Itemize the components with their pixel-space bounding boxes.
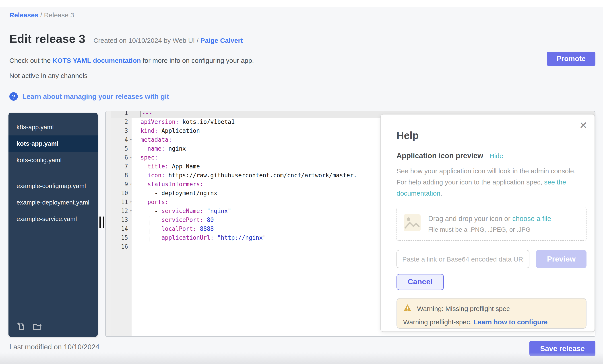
dropzone-filetypes: File must be a .PNG, .JPEG, or .JPG xyxy=(428,226,551,233)
cancel-button[interactable]: Cancel xyxy=(396,274,444,290)
line-number: 3 xyxy=(111,127,132,135)
file-item-kots-app.yaml[interactable]: kots-app.yaml xyxy=(9,135,98,152)
breadcrumb-releases-link[interactable]: Releases xyxy=(9,11,38,19)
breadcrumb: Releases / Release 3 xyxy=(9,11,74,19)
file-item-example-deployment.yaml[interactable]: example-deployment.yaml xyxy=(9,194,98,211)
close-icon[interactable]: ✕ xyxy=(579,121,587,131)
icon-preview-section-title: Application icon preview xyxy=(396,152,483,160)
warning-detail: Warning preflight-spec. Learn how to con… xyxy=(403,317,580,327)
hide-link[interactable]: Hide xyxy=(489,152,503,159)
line-number: 5 xyxy=(111,144,132,153)
configure-preflight-link[interactable]: Learn how to configure xyxy=(474,318,548,326)
file-item-example-configmap.yaml[interactable]: example-configmap.yaml xyxy=(9,178,98,194)
save-release-button[interactable]: Save release xyxy=(529,341,595,356)
help-panel: ✕ Help Application icon preview Hide See… xyxy=(381,114,595,332)
line-number: 1 xyxy=(111,111,132,118)
file-item-example-service.yaml[interactable]: example-service.yaml xyxy=(9,211,98,227)
icon-dropzone[interactable]: Drag and drop your icon or choose a file… xyxy=(396,207,587,241)
preflight-warning: Warning: Missing preflight spec Warning … xyxy=(396,298,587,329)
file-item-k8s-app.yaml[interactable]: k8s-app.yaml xyxy=(9,119,98,135)
line-number: 7 xyxy=(111,162,132,171)
line-number: 13 xyxy=(111,216,132,225)
dropzone-text: Drag and drop your icon or choose a file xyxy=(428,215,551,222)
line-number: 9▾ xyxy=(111,180,132,189)
add-file-icon[interactable] xyxy=(16,322,25,332)
channel-status: Not active in any channels xyxy=(9,72,87,79)
line-number: 15 xyxy=(111,233,132,242)
warning-title: Warning: Missing preflight spec xyxy=(417,304,510,314)
bottom-fade xyxy=(0,353,603,364)
line-number: 6▾ xyxy=(111,153,132,162)
page-title: Edit release 3 xyxy=(9,32,85,46)
created-meta: Created on 10/10/2024 by Web UI / Paige … xyxy=(93,36,243,44)
author-link[interactable]: Paige Calvert xyxy=(200,36,243,44)
icon-url-input[interactable] xyxy=(396,250,529,268)
file-list-divider xyxy=(16,173,90,173)
last-modified-text: Last modified on 10/10/2024 xyxy=(9,343,99,351)
sidebar-footer xyxy=(16,317,90,332)
line-number: 12▾ xyxy=(111,207,132,216)
line-number: 16 xyxy=(111,242,132,251)
line-number: 4▾ xyxy=(111,135,132,144)
icon-preview-description: See how your application icon will look … xyxy=(396,165,587,199)
add-folder-icon[interactable] xyxy=(33,322,42,332)
text-cursor xyxy=(140,111,141,117)
line-number: 14 xyxy=(111,225,132,233)
help-panel-title: Help xyxy=(396,130,587,142)
git-releases-link[interactable]: Learn about managing your releases with … xyxy=(22,92,169,100)
breadcrumb-current: Release 3 xyxy=(44,11,74,19)
line-number: 10 xyxy=(111,189,132,198)
line-number: 11▾ xyxy=(111,198,132,207)
footer-divider xyxy=(0,338,603,338)
file-item-kots-config.yaml[interactable]: kots-config.yaml xyxy=(9,152,98,168)
line-number: 8 xyxy=(111,171,132,180)
docs-hint: Check out the KOTS YAML documentation fo… xyxy=(9,56,254,64)
breadcrumb-separator: / xyxy=(40,11,44,19)
promote-button[interactable]: Promote xyxy=(547,52,595,66)
kots-yaml-docs-link[interactable]: KOTS YAML documentation xyxy=(52,56,141,64)
file-list: k8s-app.yamlkots-app.yamlkots-config.yam… xyxy=(9,119,98,227)
warning-icon xyxy=(403,304,412,314)
editor-scrollbar[interactable] xyxy=(106,111,111,336)
sidebar-resize-handle[interactable] xyxy=(99,217,104,228)
top-strip xyxy=(0,0,603,7)
choose-file-link[interactable]: choose a file xyxy=(512,215,551,222)
preview-button[interactable]: Preview xyxy=(536,250,587,268)
question-mark-icon: ? xyxy=(9,92,18,101)
line-number: 2 xyxy=(111,118,132,127)
image-placeholder-icon xyxy=(403,214,421,233)
file-tree-sidebar: k8s-app.yamlkots-app.yamlkots-config.yam… xyxy=(9,113,98,337)
edit-release-page: Releases / Release 3 Edit release 3 Crea… xyxy=(0,0,603,364)
